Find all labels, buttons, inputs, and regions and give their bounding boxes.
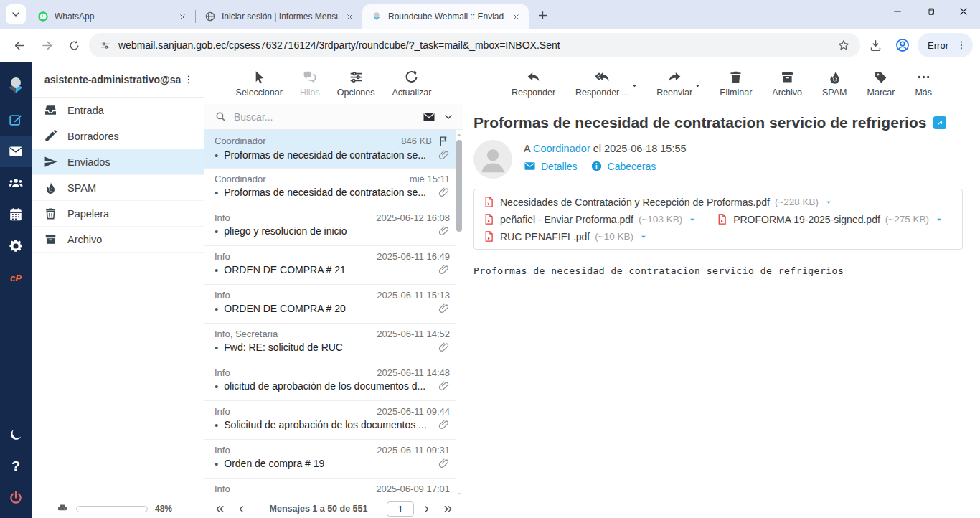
last-page-button[interactable] <box>438 504 457 514</box>
tab-close-icon[interactable] <box>344 11 355 22</box>
message-row[interactable]: Info 2025-06-11 09:44 • Solicitud de apr… <box>204 401 456 440</box>
new-tab-button[interactable] <box>533 6 552 24</box>
forward-button[interactable] <box>34 33 59 57</box>
folder-label: Archivo <box>67 234 102 245</box>
attachment-name: PROFORMA 19-2025-signed.pdf <box>733 214 880 225</box>
address-bar[interactable]: webmail.sanjuan.gob.ec/cpsess7632716124/… <box>89 33 860 57</box>
scrollbar-thumb[interactable] <box>456 140 462 232</box>
back-button[interactable] <box>7 33 32 57</box>
attachment-menu-caret-icon[interactable] <box>824 197 834 207</box>
attachment-item[interactable]: peñafiel - Enviar Proforma.pdf (~103 KB) <box>483 213 697 225</box>
rail-mail-icon[interactable] <box>0 136 32 167</box>
list-toolbar-select-cursor-icon[interactable]: Seleccionar <box>235 70 284 98</box>
reader-toolbar-mark-icon[interactable]: Marcar <box>866 70 897 98</box>
folder-item-entrada[interactable]: Entrada <box>32 98 204 123</box>
flag-icon[interactable] <box>438 135 450 147</box>
next-page-button[interactable] <box>417 504 435 514</box>
prev-page-button[interactable] <box>232 504 250 514</box>
tab-close-icon[interactable] <box>510 11 522 22</box>
rail-calendar-icon[interactable] <box>0 199 32 230</box>
list-scrollbar[interactable] <box>456 130 463 499</box>
list-toolbar-refresh-icon[interactable]: Actualizar <box>391 70 433 98</box>
scroll-down-icon[interactable] <box>456 490 463 497</box>
reader-toolbar-reply-icon[interactable]: Responder <box>510 70 557 98</box>
tab-close-icon[interactable] <box>176 11 188 22</box>
tab-search-button[interactable] <box>6 4 26 24</box>
archive-icon <box>780 70 795 85</box>
error-badge[interactable]: Error <box>918 33 973 57</box>
reader-toolbar-junk-icon[interactable]: SPAM <box>821 70 849 98</box>
folder-item-archivo[interactable]: Archivo <box>32 227 204 253</box>
site-settings-icon[interactable] <box>99 39 111 52</box>
close-window-button[interactable] <box>947 0 980 23</box>
attachment-item[interactable]: PROFORMA 19-2025-signed.pdf (~275 KB) <box>716 213 944 225</box>
folder-item-borradores[interactable]: Borradores <box>32 123 204 149</box>
details-toggle[interactable]: Detalles <box>524 160 578 172</box>
account-menu-icon[interactable] <box>181 74 197 85</box>
dropdown-caret-icon[interactable] <box>630 81 639 90</box>
minimize-button[interactable] <box>881 0 914 23</box>
rail-help-icon[interactable]: ? <box>0 451 32 482</box>
account-row[interactable]: asistente-administrativo@sa... <box>32 62 204 98</box>
reader-toolbar-forward-icon[interactable]: Reenviar <box>655 70 694 98</box>
message-row[interactable]: Info 2025-06-11 16:49 • ORDEN DE COMPRA … <box>204 246 456 285</box>
rail-dark-mode-icon[interactable] <box>0 419 32 451</box>
cpanel-icon: cP <box>10 273 22 283</box>
chrome-menu-icon[interactable] <box>956 39 967 51</box>
rail-contacts-icon[interactable] <box>0 167 32 199</box>
attachment-item[interactable]: Necesidades de Contratación y Recepción … <box>483 196 834 208</box>
reload-button[interactable] <box>62 33 86 57</box>
message-row[interactable]: Info, Secretaria 2025-06-11 14:52 • Fwd:… <box>204 324 456 362</box>
rail-roundcube-logo[interactable] <box>0 67 32 104</box>
list-toolbar-options-icon[interactable]: Opciones <box>336 70 377 98</box>
sender-avatar <box>473 140 512 179</box>
message-row[interactable]: Info 2025-06-11 15:13 • ORDEN DE COMPRA … <box>204 285 456 324</box>
bookmark-star-icon[interactable] <box>837 39 850 52</box>
search-input[interactable] <box>234 111 415 123</box>
reader-toolbar-delete-icon[interactable]: Eliminar <box>718 70 753 98</box>
browser-tab[interactable]: Iniciar sesión | Informes Mensu <box>196 4 362 29</box>
open-in-new-window-icon[interactable] <box>933 116 946 129</box>
browser-tab[interactable]: Roundcube Webmail :: Enviado <box>362 4 529 29</box>
attachment-menu-caret-icon[interactable] <box>934 215 944 225</box>
message-row[interactable]: Coordinador 846 KB • Proformas de necesi… <box>204 130 456 169</box>
folder-item-enviados[interactable]: Enviados <box>32 149 204 175</box>
tab-strip: WhatsApp Iniciar sesión | Informes Mensu… <box>0 0 980 29</box>
message-subject: ORDEN DE COMPRA # 21 <box>224 264 434 276</box>
message-row[interactable]: Info 2025-06-11 14:48 • olicitud de apro… <box>204 362 456 401</box>
restore-button[interactable] <box>914 0 947 23</box>
reader-toolbar-more-icon[interactable]: Más <box>913 70 933 98</box>
attachment-menu-caret-icon[interactable] <box>687 215 697 225</box>
message-date: 2025-06-11 14:48 <box>377 367 450 378</box>
rail-logout-icon[interactable] <box>0 482 32 514</box>
recipient-link[interactable]: Coordinador <box>533 143 590 154</box>
rail-cpanel-icon[interactable]: cP <box>0 262 32 293</box>
attachment-menu-caret-icon[interactable] <box>639 232 649 242</box>
browser-tab[interactable]: WhatsApp <box>29 4 195 29</box>
reader-toolbar-archive-icon[interactable]: Archivo <box>771 70 804 98</box>
folder-item-spam[interactable]: SPAM <box>32 175 204 201</box>
search-bar[interactable] <box>204 104 463 130</box>
message-row[interactable]: Info 2025-06-11 09:31 • Orden de compra … <box>204 440 456 479</box>
folder-item-papelera[interactable]: Papelera <box>32 201 204 227</box>
url-text[interactable]: webmail.sanjuan.gob.ec/cpsess7632716124/… <box>118 39 830 51</box>
page-number-input[interactable] <box>387 501 414 517</box>
search-scope-icon[interactable] <box>423 110 435 123</box>
message-row[interactable]: Info 2025-06-12 16:08 • pliego y resoluc… <box>204 207 456 246</box>
rail-settings-icon[interactable] <box>0 230 32 262</box>
dropdown-caret-icon[interactable] <box>693 81 702 90</box>
folder-label: SPAM <box>67 182 96 194</box>
first-page-button[interactable] <box>210 504 229 514</box>
downloads-button[interactable] <box>863 33 887 57</box>
search-options-chevron-icon[interactable] <box>443 111 454 123</box>
folder-label: Enviados <box>67 156 110 168</box>
reader-toolbar-reply-all-icon[interactable]: Responder ... <box>574 70 631 98</box>
message-row[interactable]: Coordinador mié 15:11 • Proformas de nec… <box>204 169 456 207</box>
rail-compose-icon[interactable] <box>0 104 32 136</box>
scroll-up-icon[interactable] <box>456 131 463 138</box>
headers-toggle[interactable]: Cabeceras <box>590 160 656 172</box>
profile-button[interactable] <box>890 33 915 57</box>
message-row[interactable]: Info 2025-06-09 17:01 <box>204 479 456 499</box>
message-sender: Info <box>215 484 370 494</box>
attachment-item[interactable]: RUC PENAFIEL.pdf (~10 KB) <box>483 230 649 242</box>
